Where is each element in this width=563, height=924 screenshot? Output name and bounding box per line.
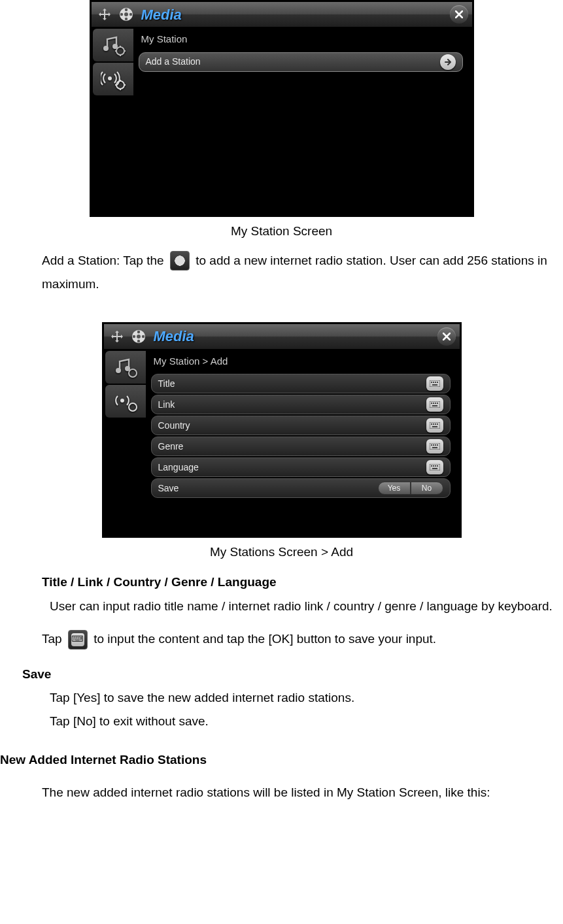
svg-rect-24 [433,382,434,383]
svg-rect-35 [431,423,432,425]
svg-rect-37 [435,423,436,425]
svg-point-6 [103,46,109,51]
svg-point-21 [129,403,137,411]
paragraph-add-station: Add a Station: Tap the → to add a new in… [42,249,554,296]
svg-rect-27 [432,384,437,386]
heading-new-stations: New Added Internet Radio Stations [0,751,563,770]
row-label: Country [158,419,426,433]
text-save-no: Tap [No] to exit without save. [50,710,554,733]
caption-2: My Stations Screen > Add [0,543,563,562]
svg-rect-33 [432,405,437,406]
keyboard-icon [426,376,443,391]
content-area: My Station Add a Station [136,27,472,215]
svg-rect-26 [437,382,438,383]
breadcrumb: My Station > Add [148,352,453,373]
arrow-button-icon: → [170,251,190,271]
svg-rect-25 [435,382,436,383]
svg-rect-29 [431,403,432,404]
svg-rect-36 [433,423,434,425]
svg-point-17 [116,368,121,373]
svg-rect-39 [432,426,437,427]
row-add-station[interactable]: Add a Station [139,52,463,72]
svg-rect-43 [435,444,436,446]
svg-rect-47 [431,465,432,467]
svg-point-8 [116,47,124,55]
text: Tap [42,632,65,646]
keyboard-button-icon: ⌨ [68,630,88,650]
svg-rect-40 [430,443,440,450]
heading-save: Save [22,665,563,684]
drag-handle-icon [95,5,114,24]
row-country[interactable]: Country [151,416,451,435]
titlebar: Media [92,2,472,27]
row-language[interactable]: Language [151,457,451,477]
sidebar-tab-music-settings[interactable] [93,29,133,61]
svg-point-9 [108,76,112,80]
svg-point-15 [132,335,135,337]
svg-point-2 [124,8,127,11]
text-save-yes: Tap [Yes] to save the new added internet… [50,686,554,710]
svg-rect-22 [430,380,440,387]
yes-button[interactable]: Yes [378,482,411,495]
svg-rect-34 [430,422,440,429]
svg-point-1 [124,12,128,16]
keyboard-icon [426,418,443,433]
sidebar [92,27,136,215]
svg-rect-38 [437,423,438,425]
svg-point-14 [137,339,139,342]
row-label: Language [158,461,426,474]
text: Add a Station: Tap the [42,254,167,267]
svg-point-16 [141,335,144,337]
breadcrumb: My Station [136,29,466,51]
row-label: Title [158,377,426,391]
sidebar-tab-radio-settings[interactable] [93,63,133,95]
content-area: My Station > Add Title Link Country Genr… [148,349,460,536]
paragraph-tap-keyboard: Tap ⌨ to input the content and tap the [… [42,627,554,651]
screenshot-my-station: Media My Station Add a Station [90,0,474,217]
close-button[interactable] [450,5,468,24]
svg-rect-49 [435,465,436,467]
svg-point-19 [129,369,137,377]
text-new-stations: The new added internet radio stations wi… [42,781,554,804]
svg-point-20 [120,399,124,403]
text: to input the content and tap the [OK] bu… [94,632,436,646]
row-title[interactable]: Title [151,374,451,393]
svg-rect-28 [430,401,440,408]
sidebar-tab-music-settings[interactable] [105,351,146,384]
keyboard-icon [426,460,443,474]
svg-rect-48 [433,465,434,467]
sidebar-tab-radio-settings[interactable] [105,385,146,418]
text: User can input radio title name / intern… [50,599,553,613]
row-label: Add a Station [146,55,440,69]
caption-1: My Station Screen [0,222,563,241]
drag-handle-icon [108,327,126,346]
svg-point-12 [137,335,141,338]
svg-rect-23 [431,382,432,383]
row-link[interactable]: Link [151,395,451,414]
row-label: Genre [158,440,426,454]
svg-point-13 [137,330,139,333]
media-icon [130,328,147,345]
heading-fields: Title / Link / Country / Genre / Languag… [42,573,563,592]
arrow-right-icon [440,54,456,70]
svg-rect-46 [430,464,440,470]
screenshot-add-station: Media My Station > Add Title Link [102,322,462,538]
row-label: Link [158,398,426,412]
close-button[interactable] [437,327,456,346]
svg-rect-44 [437,444,438,446]
svg-rect-41 [431,444,432,446]
svg-rect-30 [433,403,434,404]
svg-rect-42 [433,444,434,446]
keyboard-icon [426,439,443,454]
media-icon [118,6,135,23]
row-label: Save [158,482,378,495]
keyboard-icon [426,397,443,412]
svg-rect-32 [437,403,438,404]
screen-title: Media [141,4,450,25]
titlebar: Media [104,324,460,349]
row-genre[interactable]: Genre [151,437,451,456]
svg-rect-45 [432,447,437,448]
svg-rect-51 [432,468,437,469]
no-button[interactable]: No [411,482,443,495]
screen-title: Media [154,325,437,347]
